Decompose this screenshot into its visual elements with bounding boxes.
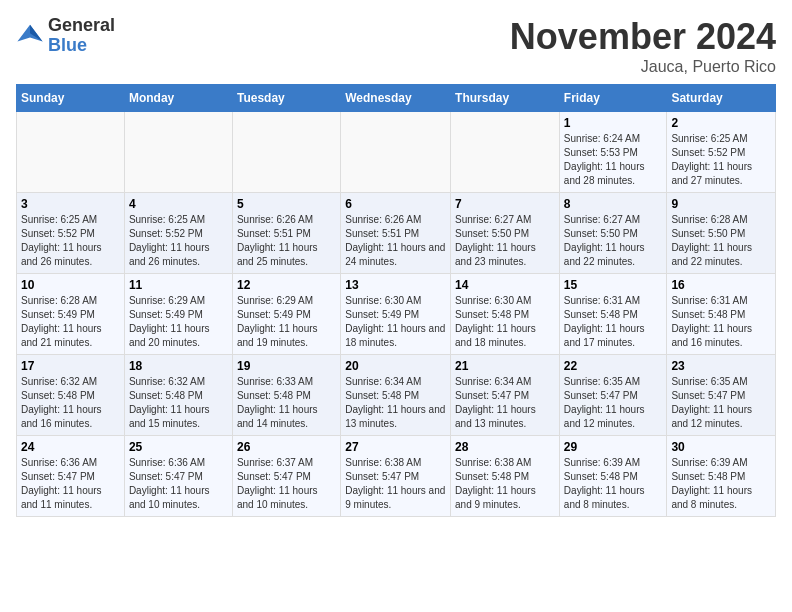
day-info: Sunrise: 6:38 AM Sunset: 5:47 PM Dayligh… — [345, 456, 446, 512]
day-number: 7 — [455, 197, 555, 211]
calendar-cell: 7Sunrise: 6:27 AM Sunset: 5:50 PM Daylig… — [451, 193, 560, 274]
day-info: Sunrise: 6:31 AM Sunset: 5:48 PM Dayligh… — [564, 294, 663, 350]
calendar-cell: 15Sunrise: 6:31 AM Sunset: 5:48 PM Dayli… — [559, 274, 667, 355]
calendar-cell: 4Sunrise: 6:25 AM Sunset: 5:52 PM Daylig… — [124, 193, 232, 274]
calendar-cell: 6Sunrise: 6:26 AM Sunset: 5:51 PM Daylig… — [341, 193, 451, 274]
day-info: Sunrise: 6:37 AM Sunset: 5:47 PM Dayligh… — [237, 456, 336, 512]
day-number: 28 — [455, 440, 555, 454]
day-number: 8 — [564, 197, 663, 211]
day-number: 3 — [21, 197, 120, 211]
calendar-cell: 14Sunrise: 6:30 AM Sunset: 5:48 PM Dayli… — [451, 274, 560, 355]
day-number: 9 — [671, 197, 771, 211]
calendar-cell: 22Sunrise: 6:35 AM Sunset: 5:47 PM Dayli… — [559, 355, 667, 436]
weekday-header-thursday: Thursday — [451, 85, 560, 112]
calendar-cell: 23Sunrise: 6:35 AM Sunset: 5:47 PM Dayli… — [667, 355, 776, 436]
calendar-week-row: 24Sunrise: 6:36 AM Sunset: 5:47 PM Dayli… — [17, 436, 776, 517]
calendar-cell: 13Sunrise: 6:30 AM Sunset: 5:49 PM Dayli… — [341, 274, 451, 355]
calendar-week-row: 3Sunrise: 6:25 AM Sunset: 5:52 PM Daylig… — [17, 193, 776, 274]
day-number: 5 — [237, 197, 336, 211]
calendar-cell: 8Sunrise: 6:27 AM Sunset: 5:50 PM Daylig… — [559, 193, 667, 274]
calendar-cell: 11Sunrise: 6:29 AM Sunset: 5:49 PM Dayli… — [124, 274, 232, 355]
calendar-cell — [17, 112, 125, 193]
day-info: Sunrise: 6:27 AM Sunset: 5:50 PM Dayligh… — [564, 213, 663, 269]
calendar-cell: 30Sunrise: 6:39 AM Sunset: 5:48 PM Dayli… — [667, 436, 776, 517]
weekday-header-sunday: Sunday — [17, 85, 125, 112]
day-info: Sunrise: 6:34 AM Sunset: 5:47 PM Dayligh… — [455, 375, 555, 431]
day-info: Sunrise: 6:25 AM Sunset: 5:52 PM Dayligh… — [129, 213, 228, 269]
day-number: 15 — [564, 278, 663, 292]
calendar-cell: 1Sunrise: 6:24 AM Sunset: 5:53 PM Daylig… — [559, 112, 667, 193]
calendar-week-row: 17Sunrise: 6:32 AM Sunset: 5:48 PM Dayli… — [17, 355, 776, 436]
day-number: 13 — [345, 278, 446, 292]
calendar-cell: 5Sunrise: 6:26 AM Sunset: 5:51 PM Daylig… — [232, 193, 340, 274]
day-info: Sunrise: 6:26 AM Sunset: 5:51 PM Dayligh… — [237, 213, 336, 269]
title-section: November 2024 Jauca, Puerto Rico — [510, 16, 776, 76]
day-info: Sunrise: 6:28 AM Sunset: 5:49 PM Dayligh… — [21, 294, 120, 350]
day-number: 21 — [455, 359, 555, 373]
day-info: Sunrise: 6:30 AM Sunset: 5:49 PM Dayligh… — [345, 294, 446, 350]
day-info: Sunrise: 6:34 AM Sunset: 5:48 PM Dayligh… — [345, 375, 446, 431]
day-number: 11 — [129, 278, 228, 292]
calendar-cell: 2Sunrise: 6:25 AM Sunset: 5:52 PM Daylig… — [667, 112, 776, 193]
day-number: 17 — [21, 359, 120, 373]
calendar-cell: 25Sunrise: 6:36 AM Sunset: 5:47 PM Dayli… — [124, 436, 232, 517]
calendar-cell: 27Sunrise: 6:38 AM Sunset: 5:47 PM Dayli… — [341, 436, 451, 517]
calendar-cell: 12Sunrise: 6:29 AM Sunset: 5:49 PM Dayli… — [232, 274, 340, 355]
calendar-cell: 16Sunrise: 6:31 AM Sunset: 5:48 PM Dayli… — [667, 274, 776, 355]
month-title: November 2024 — [510, 16, 776, 58]
day-info: Sunrise: 6:32 AM Sunset: 5:48 PM Dayligh… — [129, 375, 228, 431]
calendar-cell — [341, 112, 451, 193]
calendar-cell: 17Sunrise: 6:32 AM Sunset: 5:48 PM Dayli… — [17, 355, 125, 436]
calendar-cell — [451, 112, 560, 193]
day-info: Sunrise: 6:28 AM Sunset: 5:50 PM Dayligh… — [671, 213, 771, 269]
day-number: 1 — [564, 116, 663, 130]
day-info: Sunrise: 6:35 AM Sunset: 5:47 PM Dayligh… — [564, 375, 663, 431]
calendar-cell: 3Sunrise: 6:25 AM Sunset: 5:52 PM Daylig… — [17, 193, 125, 274]
day-number: 26 — [237, 440, 336, 454]
day-number: 14 — [455, 278, 555, 292]
calendar-cell: 21Sunrise: 6:34 AM Sunset: 5:47 PM Dayli… — [451, 355, 560, 436]
day-number: 10 — [21, 278, 120, 292]
day-number: 29 — [564, 440, 663, 454]
location-subtitle: Jauca, Puerto Rico — [510, 58, 776, 76]
calendar-week-row: 1Sunrise: 6:24 AM Sunset: 5:53 PM Daylig… — [17, 112, 776, 193]
calendar-cell: 26Sunrise: 6:37 AM Sunset: 5:47 PM Dayli… — [232, 436, 340, 517]
calendar-cell — [232, 112, 340, 193]
page-header: General Blue November 2024 Jauca, Puerto… — [16, 16, 776, 76]
day-number: 18 — [129, 359, 228, 373]
weekday-header-tuesday: Tuesday — [232, 85, 340, 112]
day-info: Sunrise: 6:35 AM Sunset: 5:47 PM Dayligh… — [671, 375, 771, 431]
day-info: Sunrise: 6:24 AM Sunset: 5:53 PM Dayligh… — [564, 132, 663, 188]
day-info: Sunrise: 6:27 AM Sunset: 5:50 PM Dayligh… — [455, 213, 555, 269]
day-info: Sunrise: 6:38 AM Sunset: 5:48 PM Dayligh… — [455, 456, 555, 512]
calendar-cell: 29Sunrise: 6:39 AM Sunset: 5:48 PM Dayli… — [559, 436, 667, 517]
day-info: Sunrise: 6:25 AM Sunset: 5:52 PM Dayligh… — [671, 132, 771, 188]
weekday-header-row: SundayMondayTuesdayWednesdayThursdayFrid… — [17, 85, 776, 112]
day-info: Sunrise: 6:33 AM Sunset: 5:48 PM Dayligh… — [237, 375, 336, 431]
day-info: Sunrise: 6:30 AM Sunset: 5:48 PM Dayligh… — [455, 294, 555, 350]
calendar-cell: 19Sunrise: 6:33 AM Sunset: 5:48 PM Dayli… — [232, 355, 340, 436]
day-number: 20 — [345, 359, 446, 373]
calendar-cell: 9Sunrise: 6:28 AM Sunset: 5:50 PM Daylig… — [667, 193, 776, 274]
day-info: Sunrise: 6:31 AM Sunset: 5:48 PM Dayligh… — [671, 294, 771, 350]
day-info: Sunrise: 6:26 AM Sunset: 5:51 PM Dayligh… — [345, 213, 446, 269]
day-info: Sunrise: 6:29 AM Sunset: 5:49 PM Dayligh… — [237, 294, 336, 350]
day-info: Sunrise: 6:29 AM Sunset: 5:49 PM Dayligh… — [129, 294, 228, 350]
day-number: 25 — [129, 440, 228, 454]
day-info: Sunrise: 6:39 AM Sunset: 5:48 PM Dayligh… — [564, 456, 663, 512]
weekday-header-monday: Monday — [124, 85, 232, 112]
day-number: 24 — [21, 440, 120, 454]
calendar-cell: 24Sunrise: 6:36 AM Sunset: 5:47 PM Dayli… — [17, 436, 125, 517]
logo-blue: Blue — [48, 36, 115, 56]
day-number: 16 — [671, 278, 771, 292]
weekday-header-saturday: Saturday — [667, 85, 776, 112]
day-number: 19 — [237, 359, 336, 373]
calendar-table: SundayMondayTuesdayWednesdayThursdayFrid… — [16, 84, 776, 517]
day-number: 23 — [671, 359, 771, 373]
day-info: Sunrise: 6:32 AM Sunset: 5:48 PM Dayligh… — [21, 375, 120, 431]
calendar-cell: 28Sunrise: 6:38 AM Sunset: 5:48 PM Dayli… — [451, 436, 560, 517]
calendar-cell: 10Sunrise: 6:28 AM Sunset: 5:49 PM Dayli… — [17, 274, 125, 355]
day-info: Sunrise: 6:36 AM Sunset: 5:47 PM Dayligh… — [21, 456, 120, 512]
day-number: 2 — [671, 116, 771, 130]
day-info: Sunrise: 6:25 AM Sunset: 5:52 PM Dayligh… — [21, 213, 120, 269]
